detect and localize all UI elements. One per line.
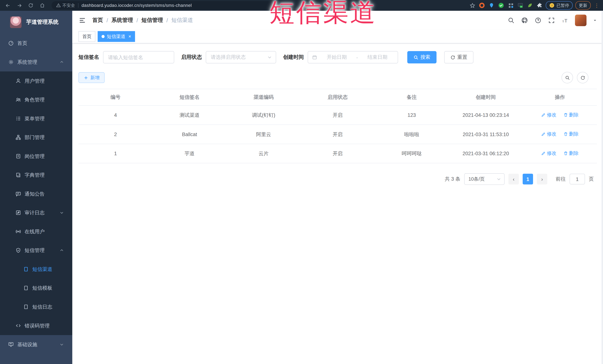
- edit-icon: [541, 113, 546, 117]
- sidebar-item-posts[interactable]: 岗位管理: [0, 147, 72, 166]
- sidebar-item-menus[interactable]: 菜单管理: [0, 109, 72, 128]
- back-icon[interactable]: [3, 1, 12, 10]
- table-row[interactable]: 2 Ballcat 阿里云 开启 啦啦啦 2021-03-31 11:53:10…: [79, 125, 597, 144]
- sidebar-item-sms[interactable]: 短信管理: [0, 241, 72, 260]
- home-icon[interactable]: [38, 1, 47, 10]
- github-icon[interactable]: [521, 17, 528, 24]
- breadcrumb-system[interactable]: 系统管理: [112, 17, 133, 24]
- tab-home[interactable]: 首页: [79, 31, 95, 42]
- app-logo-row[interactable]: 芋道管理系统: [0, 11, 72, 34]
- sidebar-item-infra[interactable]: 基础设施: [0, 335, 72, 354]
- sidebar-item-error-codes[interactable]: 错误码管理: [0, 316, 72, 335]
- goto-label: 前往: [556, 176, 566, 182]
- breadcrumb-sms[interactable]: 短信管理: [141, 17, 163, 24]
- fullscreen-icon[interactable]: [548, 17, 555, 24]
- search-icon[interactable]: [508, 17, 514, 24]
- update-label: 更新: [579, 2, 587, 8]
- chevron-down-icon: [267, 55, 272, 59]
- bookmark-star-icon[interactable]: [469, 2, 476, 9]
- extension-check-icon[interactable]: [498, 2, 504, 9]
- toggle-search-button[interactable]: [561, 72, 573, 83]
- close-icon[interactable]: ×: [128, 34, 131, 39]
- extension-switch-icon[interactable]: on: [517, 2, 524, 9]
- sidebar-item-sms-template[interactable]: 短信模板: [0, 278, 72, 298]
- extension-pin-icon[interactable]: [488, 2, 495, 9]
- refresh-icon[interactable]: [26, 1, 35, 10]
- security-warning[interactable]: 不安全: [56, 2, 75, 8]
- sidebar-item-sms-log[interactable]: 短信日志: [0, 298, 72, 316]
- search-button[interactable]: 搜索: [407, 51, 436, 63]
- url-text[interactable]: dashboard.yudao.iocoder.cn/system/sms/sm…: [81, 3, 192, 8]
- sidebar-item-sms-channel[interactable]: 短信渠道: [0, 260, 72, 279]
- extension-leaf-icon[interactable]: [527, 2, 533, 9]
- edit-link[interactable]: 修改: [541, 150, 557, 157]
- chevron-down-icon[interactable]: [593, 18, 597, 22]
- user-icon: [15, 78, 21, 84]
- profile-paused-chip[interactable]: 已暂停: [546, 1, 573, 10]
- edit-link[interactable]: 修改: [541, 112, 557, 118]
- goto-page-input[interactable]: [570, 174, 585, 184]
- question-icon[interactable]: [534, 17, 541, 24]
- security-label: 不安全: [62, 2, 75, 8]
- time-label: 创建时间: [283, 54, 304, 61]
- total-count: 共 3 条: [445, 176, 461, 182]
- address-bar[interactable]: 不安全 dashboard.yudao.iocoder.cn/system/sm…: [52, 1, 276, 10]
- date-range-picker[interactable]: 开始日期 - 结束日期: [308, 51, 398, 63]
- col-code: 渠道编码: [227, 89, 301, 106]
- status-select[interactable]: 请选择启用状态: [206, 51, 276, 63]
- table-row[interactable]: 4 测试渠道 调试(钉钉) 开启 123 2021-04-13 00:23:14…: [79, 106, 597, 125]
- avatar[interactable]: [575, 15, 587, 26]
- page-content: 短信签名 启用状态 请选择启用状态 创建时间 开始日期 - 结束日期: [72, 43, 603, 364]
- sidebar-item-audit-log[interactable]: 审计日志: [0, 203, 72, 222]
- active-dot-icon: [102, 35, 105, 38]
- gear-icon: [8, 59, 14, 65]
- sidebar-item-dict[interactable]: 字典管理: [0, 165, 72, 185]
- forward-icon[interactable]: [15, 1, 24, 10]
- tab-sms-channel[interactable]: 短信渠道 ×: [98, 31, 135, 42]
- edit-link[interactable]: 修改: [541, 131, 557, 137]
- update-chip[interactable]: 更新: [575, 1, 591, 10]
- tags-bar: 首页 短信渠道 ×: [72, 30, 603, 44]
- page-size-select[interactable]: 10条/页: [464, 173, 505, 185]
- next-page-button[interactable]: ›: [537, 174, 547, 185]
- font-size-icon[interactable]: тT: [561, 17, 568, 24]
- browser-actions: on 已暂停 更新 ⋮: [469, 1, 600, 10]
- browser-scrollbar[interactable]: [602, 11, 603, 364]
- chevron-down-icon: [497, 177, 501, 181]
- sidebar-bottom-section: 基础设施: [0, 335, 72, 364]
- extensions-puzzle-icon[interactable]: [536, 2, 543, 9]
- sidebar-item-online-users[interactable]: 在线用户: [0, 222, 72, 241]
- sidebar: 芋道管理系统 首页 系统管理 用户管理: [0, 11, 72, 364]
- breadcrumb-home[interactable]: 首页: [92, 17, 103, 24]
- start-date-placeholder: 开始日期: [320, 54, 353, 61]
- delete-link[interactable]: 删除: [563, 112, 579, 118]
- sidebar-item-roles[interactable]: 角色管理: [0, 90, 72, 109]
- warning-icon: [56, 3, 61, 8]
- table-row[interactable]: 1 芋道 云片 开启 呵呵呵哒 2021-03-31 06:12:20 修改 删…: [79, 144, 597, 163]
- reset-button[interactable]: 重置: [444, 51, 473, 63]
- add-button[interactable]: 新增: [79, 72, 105, 83]
- page-1-button[interactable]: 1: [523, 174, 533, 185]
- sidebar-item-home[interactable]: 首页: [0, 34, 72, 53]
- sidebar-item-departments[interactable]: 部门管理: [0, 128, 72, 147]
- extension-adblock-icon[interactable]: [478, 2, 485, 9]
- svg-text:on: on: [521, 6, 522, 8]
- table-tools: [561, 72, 588, 83]
- sidebar-item-system[interactable]: 系统管理: [0, 53, 72, 72]
- refresh-table-button[interactable]: [577, 72, 588, 83]
- delete-link[interactable]: 删除: [563, 150, 579, 157]
- prev-page-button[interactable]: ‹: [508, 174, 519, 185]
- online-user-icon: [15, 229, 21, 234]
- extension-grid-icon[interactable]: [507, 2, 514, 9]
- sidebar-item-notice[interactable]: 通知公告: [0, 185, 72, 203]
- delete-link[interactable]: 删除: [563, 131, 579, 137]
- audit-log-icon: [15, 210, 21, 215]
- sidebar-submenu-section: 用户管理 角色管理 菜单管理 部门管理 岗位管理: [0, 71, 72, 335]
- sidebar-item-users[interactable]: 用户管理: [0, 71, 72, 90]
- search-icon: [414, 55, 418, 60]
- collapse-sidebar-icon[interactable]: [79, 17, 86, 24]
- col-sign: 短信签名: [152, 89, 227, 106]
- paused-label: 已暂停: [557, 2, 569, 8]
- sign-input[interactable]: [103, 52, 174, 63]
- browser-menu-icon[interactable]: ⋮: [593, 3, 600, 8]
